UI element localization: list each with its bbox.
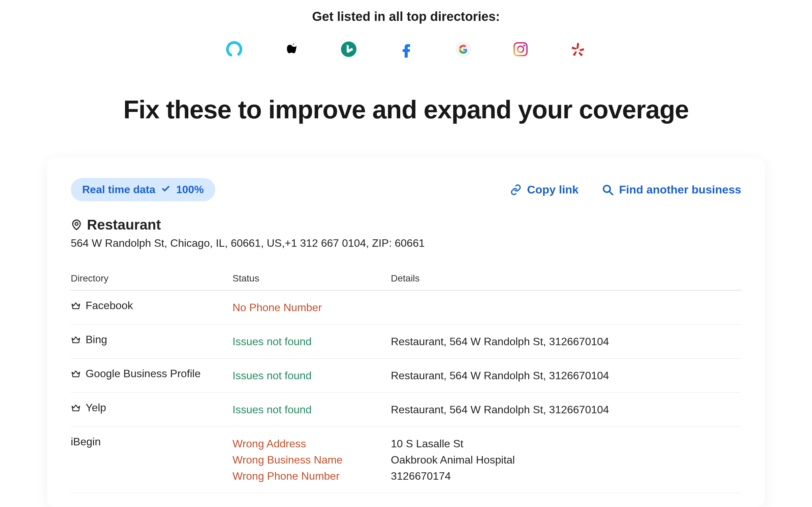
details-cell: 10 S Lasalle StOakbrook Animal Hospital3…	[391, 427, 741, 493]
svg-point-6	[604, 185, 611, 192]
realtime-percent: 100%	[176, 183, 204, 196]
copy-link-button[interactable]: Copy link	[510, 183, 579, 196]
crown-icon	[71, 335, 81, 345]
detail-line: Restaurant, 564 W Randolph St, 312667010…	[391, 401, 741, 418]
directory-name: Bing	[86, 333, 107, 346]
svg-point-8	[75, 222, 78, 226]
status-cell: Issues not found	[232, 325, 391, 359]
google-icon	[455, 41, 472, 58]
find-business-button[interactable]: Find another business	[602, 183, 741, 196]
results-card: Real time data 100% Copy link Find anoth…	[47, 158, 765, 507]
table-row: FacebookNo Phone Number	[71, 290, 741, 325]
directory-table: Directory Status Details FacebookNo Phon…	[71, 273, 741, 493]
detail-line: Restaurant, 564 W Randolph St, 312667010…	[391, 367, 741, 384]
th-status: Status	[232, 273, 391, 290]
realtime-label: Real time data	[82, 183, 155, 196]
detail-line: Oakbrook Animal Hospital	[391, 452, 741, 468]
svg-point-4	[518, 46, 524, 52]
directory-name: iBegin	[71, 436, 101, 448]
directory-cell: Bing	[71, 325, 232, 359]
table-row: BingIssues not foundRestaurant, 564 W Ra…	[71, 325, 741, 359]
business-name-row: Restaurant	[71, 217, 741, 233]
details-cell	[391, 290, 741, 325]
details-cell: Restaurant, 564 W Randolph St, 312667010…	[391, 359, 741, 393]
business-address: 564 W Randolph St, Chicago, IL, 60661, U…	[71, 237, 741, 249]
directory-cell: Google Business Profile	[71, 359, 232, 393]
detail-line: 3126670174	[391, 468, 741, 484]
status-line: Issues not found	[232, 367, 391, 384]
directory-name: Yelp	[86, 401, 106, 414]
directory-cell: iBegin	[71, 427, 232, 493]
check-icon	[161, 184, 170, 196]
table-row: Google Business ProfileIssues not foundR…	[71, 359, 741, 393]
crown-icon	[71, 403, 81, 413]
details-cell: Restaurant, 564 W Randolph St, 312667010…	[391, 393, 741, 427]
directory-name: Google Business Profile	[86, 367, 201, 380]
yelp-icon	[569, 41, 586, 58]
table-row: iBeginWrong AddressWrong Business NameWr…	[71, 427, 741, 493]
detail-line: 10 S Lasalle St	[391, 436, 741, 452]
top-heading: Get listed in all top directories:	[0, 9, 812, 24]
alexa-icon	[226, 41, 243, 58]
table-row: YelpIssues not foundRestaurant, 564 W Ra…	[71, 393, 741, 427]
directory-cell: Facebook	[71, 290, 232, 325]
card-top-row: Real time data 100% Copy link Find anoth…	[71, 178, 741, 201]
status-cell: Issues not found	[232, 359, 391, 393]
directory-name: Facebook	[86, 299, 133, 312]
crown-icon	[71, 369, 81, 379]
svg-point-5	[523, 44, 525, 47]
status-cell: Issues not found	[232, 393, 391, 427]
status-line: No Phone Number	[232, 299, 391, 316]
action-row: Copy link Find another business	[510, 183, 741, 196]
status-line: Issues not found	[232, 401, 391, 418]
bing-icon	[340, 41, 357, 58]
fix-heading: Fix these to improve and expand your cov…	[0, 95, 812, 124]
realtime-badge: Real time data 100%	[71, 178, 215, 201]
apple-icon	[283, 41, 300, 58]
svg-rect-3	[514, 43, 527, 56]
find-business-label: Find another business	[619, 183, 741, 196]
facebook-icon	[398, 41, 414, 58]
status-cell: No Phone Number	[232, 290, 391, 325]
directory-cell: Yelp	[71, 393, 232, 427]
location-pin-icon	[71, 219, 82, 231]
status-line: Wrong Business Name	[232, 452, 391, 468]
svg-point-0	[226, 41, 243, 58]
business-header: Restaurant 564 W Randolph St, Chicago, I…	[71, 217, 741, 249]
copy-link-label: Copy link	[527, 183, 579, 196]
instagram-icon	[512, 41, 529, 58]
th-directory: Directory	[71, 273, 232, 290]
svg-line-7	[610, 191, 613, 195]
th-details: Details	[391, 273, 741, 290]
business-name: Restaurant	[87, 217, 161, 233]
status-line: Wrong Address	[232, 436, 391, 452]
status-cell: Wrong AddressWrong Business NameWrong Ph…	[232, 427, 391, 493]
details-cell: Restaurant, 564 W Randolph St, 312667010…	[391, 325, 741, 359]
brand-icon-row	[0, 41, 812, 58]
crown-icon	[71, 301, 81, 311]
link-icon	[510, 184, 522, 196]
detail-line: Restaurant, 564 W Randolph St, 312667010…	[391, 333, 741, 350]
search-icon	[602, 184, 614, 196]
status-line: Wrong Phone Number	[232, 468, 391, 484]
status-line: Issues not found	[232, 333, 391, 350]
